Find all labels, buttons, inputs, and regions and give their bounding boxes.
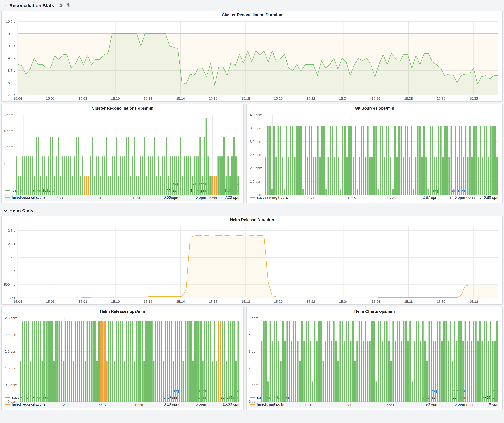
svg-text:15:20: 15:20: [385, 403, 394, 407]
svg-text:5 opm: 5 opm: [4, 113, 13, 117]
panel-cluster-reconciliations-ops: Cluster Reconciliations ops/min 0 opm1 o…: [1, 104, 244, 203]
section-title: Reconciliation Stats: [9, 3, 54, 8]
svg-text:15:08: 15:08: [78, 97, 87, 100]
svg-text:15:14: 15:14: [176, 300, 185, 304]
svg-text:2.5 opm: 2.5 opm: [5, 316, 17, 320]
svg-text:15:10: 15:10: [308, 196, 316, 200]
svg-text:15:16: 15:16: [209, 97, 217, 100]
helm-releases-ops-chart[interactable]: 0 opm0.5 opm1.0 opm1.5 opm2.0 opm2.5 opm…: [1, 316, 243, 388]
git-sources-ops-chart[interactable]: 1.0 opm1.5 opm2.0 opm2.5 opm3.0 opm3.5 o…: [246, 112, 503, 188]
svg-text:15:20: 15:20: [274, 97, 282, 100]
svg-text:15:32: 15:32: [469, 97, 478, 100]
svg-text:1 opm: 1 opm: [4, 177, 13, 181]
svg-text:15:30: 15:30: [437, 300, 445, 304]
svg-text:9.0 s: 9.0 s: [8, 56, 15, 60]
svg-text:15:22: 15:22: [306, 300, 315, 304]
svg-text:15:28: 15:28: [404, 97, 413, 100]
svg-text:15:30: 15:30: [209, 403, 217, 407]
section-header-reconciliation-stats[interactable]: Reconciliation Stats: [1, 1, 503, 10]
svg-text:15:25: 15:25: [426, 196, 435, 200]
panel-title[interactable]: Helm Releases ops/min: [1, 307, 243, 316]
panel-title[interactable]: Cluster Reconciliations ops/min: [1, 104, 243, 112]
svg-text:4.0 opm: 4.0 opm: [250, 113, 262, 117]
panel-cluster-reconciliation-duration: Cluster Reconciliation Duration 7.5 s8.0…: [1, 11, 503, 101]
svg-text:3.5 opm: 3.5 opm: [250, 126, 262, 130]
svg-text:2 opm: 2 opm: [4, 161, 13, 165]
chart-svg: 0 opm0.5 opm1.0 opm1.5 opm2.0 opm2.5 opm…: [1, 316, 243, 408]
svg-text:1.0 opm: 1.0 opm: [250, 193, 262, 197]
dashboard: Reconciliation Stats: [0, 0, 504, 412]
section-title: Helm Stats: [9, 208, 34, 213]
panel-title[interactable]: Helm Release Duration: [1, 216, 503, 224]
cluster-reconciliations-ops-chart[interactable]: 0 opm1 opm2 opm3 opm4 opm5 opm15:0515:10…: [1, 112, 243, 181]
panel-helm-release-duration: Helm Release Duration 0 ns500 ms1.0 s1.5…: [1, 216, 503, 305]
trash-icon[interactable]: [66, 3, 70, 7]
svg-text:15:26: 15:26: [372, 300, 380, 304]
gear-icon[interactable]: [59, 3, 63, 7]
svg-text:15:24: 15:24: [339, 300, 348, 304]
svg-text:15:32: 15:32: [469, 300, 478, 304]
svg-text:0 opm: 0 opm: [249, 400, 258, 404]
svg-text:15:10: 15:10: [60, 403, 69, 407]
svg-text:500 ms: 500 ms: [4, 283, 15, 287]
helm-release-duration-chart[interactable]: 0 ns500 ms1.0 s1.5 s2.0 s2.5 s15:0415:06…: [1, 224, 503, 304]
svg-text:1.5 opm: 1.5 opm: [250, 180, 262, 183]
panel-title[interactable]: Helm Charts ops/min: [246, 307, 503, 316]
svg-text:15:05: 15:05: [19, 196, 28, 200]
panel-title[interactable]: Git Sources ops/min: [246, 104, 503, 112]
svg-text:15:20: 15:20: [133, 196, 141, 200]
svg-text:2.0 s: 2.0 s: [8, 242, 15, 246]
cluster-reconciliation-duration-chart[interactable]: 7.5 s8.0 s8.5 s9.0 s9.5 s10.0 s10.5 s15:…: [1, 19, 503, 101]
svg-text:15:20: 15:20: [274, 300, 282, 304]
svg-text:15:10: 15:10: [305, 403, 313, 407]
svg-text:2.0 opm: 2.0 opm: [5, 333, 17, 337]
svg-text:15:28: 15:28: [404, 300, 413, 304]
svg-text:15:12: 15:12: [144, 97, 152, 100]
svg-text:15:04: 15:04: [13, 97, 22, 100]
svg-text:8.0 s: 8.0 s: [8, 81, 15, 85]
chart-svg: 0 opm1 opm2 opm3 opm4 opm5 opm15:0515:10…: [246, 316, 503, 408]
svg-text:3 opm: 3 opm: [4, 145, 13, 149]
svg-text:15:18: 15:18: [241, 300, 250, 304]
svg-text:1.5 s: 1.5 s: [8, 256, 15, 260]
svg-text:15:14: 15:14: [176, 97, 185, 100]
svg-text:15:30: 15:30: [466, 196, 475, 200]
svg-text:1.0 opm: 1.0 opm: [5, 366, 17, 370]
svg-text:15:05: 15:05: [268, 196, 277, 200]
svg-text:10.5 s: 10.5 s: [6, 20, 15, 24]
svg-text:0 opm: 0 opm: [8, 400, 17, 404]
svg-text:15:12: 15:12: [144, 300, 152, 304]
chart-svg: 7.5 s8.0 s8.5 s9.0 s9.5 s10.0 s10.5 s15:…: [1, 19, 503, 101]
chart-svg: 1.0 opm1.5 opm2.0 opm2.5 opm3.0 opm3.5 o…: [246, 112, 503, 201]
chevron-down-icon[interactable]: [4, 209, 7, 212]
svg-text:3 opm: 3 opm: [249, 349, 258, 353]
panel-helm-charts-ops: Helm Charts ops/min 0 opm1 opm2 opm3 opm…: [246, 307, 503, 410]
chevron-down-icon[interactable]: [4, 4, 7, 7]
svg-text:1 opm: 1 opm: [249, 383, 258, 387]
svg-text:1.5 opm: 1.5 opm: [5, 349, 17, 353]
svg-text:15:16: 15:16: [209, 300, 217, 304]
svg-text:15:10: 15:10: [111, 300, 120, 304]
svg-text:8.5 s: 8.5 s: [8, 69, 15, 73]
svg-text:9.5 s: 9.5 s: [8, 44, 15, 48]
svg-text:2.5 s: 2.5 s: [8, 229, 15, 233]
svg-text:15:18: 15:18: [241, 97, 250, 100]
panel-git-sources-ops: Git Sources ops/min 1.0 opm1.5 opm2.0 op…: [246, 104, 503, 203]
svg-text:15:10: 15:10: [57, 196, 66, 200]
svg-text:2.5 opm: 2.5 opm: [250, 153, 262, 157]
panel-title[interactable]: Cluster Reconciliation Duration: [1, 11, 503, 19]
svg-text:15:06: 15:06: [46, 300, 54, 304]
chart-svg: 0 ns500 ms1.0 s1.5 s2.0 s2.5 s15:0415:06…: [1, 224, 503, 304]
svg-text:15:20: 15:20: [134, 403, 143, 407]
svg-text:15:26: 15:26: [372, 97, 380, 100]
svg-text:15:05: 15:05: [264, 403, 273, 407]
svg-text:15:30: 15:30: [466, 403, 474, 407]
helm-charts-ops-chart[interactable]: 0 opm1 opm2 opm3 opm4 opm5 opm15:0515:10…: [246, 316, 503, 388]
section-header-helm-stats[interactable]: Helm Stats: [1, 206, 503, 216]
svg-text:15:30: 15:30: [437, 97, 445, 100]
svg-text:15:08: 15:08: [78, 300, 87, 304]
svg-text:2 opm: 2 opm: [249, 366, 258, 370]
svg-text:4 opm: 4 opm: [4, 129, 13, 133]
svg-text:5 opm: 5 opm: [249, 316, 258, 320]
svg-text:15:30: 15:30: [208, 196, 217, 200]
